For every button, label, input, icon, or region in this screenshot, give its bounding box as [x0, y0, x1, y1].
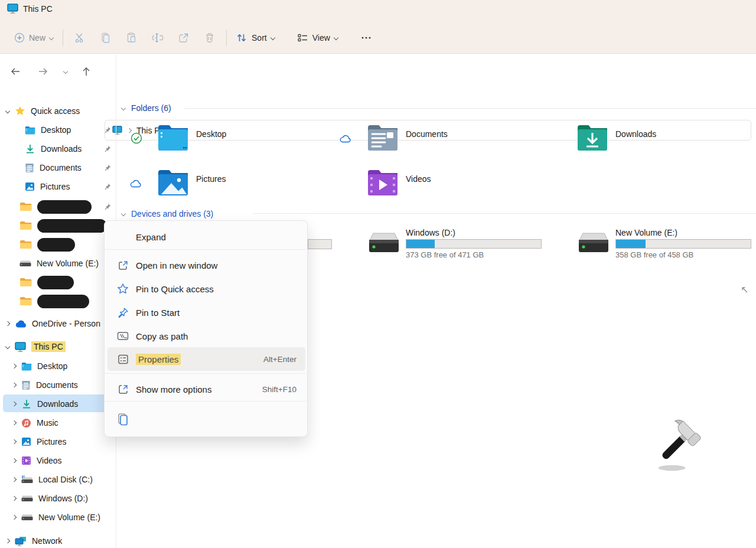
folder-tile-desktop[interactable]: Desktop: [157, 124, 226, 151]
sidebar-item-onedrive[interactable]: OneDrive - Person: [0, 315, 116, 332]
sidebar-item-label: New Volume (E:): [38, 513, 100, 522]
drive-tile-new-volume-e[interactable]: New Volume (E:) 358 GB free of 458 GB: [615, 228, 756, 259]
pin-icon: [104, 164, 111, 171]
downloads-icon: [25, 144, 35, 154]
sidebar-item-this-pc[interactable]: This PC: [0, 338, 116, 355]
videos-icon: [21, 456, 31, 465]
sidebar-item-redacted-folder[interactable]: [0, 198, 116, 215]
this-pc-icon: [15, 342, 26, 352]
drive-free-space: 373 GB free of 471 GB: [406, 250, 548, 259]
sidebar-item-redacted-folder[interactable]: [0, 217, 116, 234]
hard-drive-icon: [369, 232, 399, 254]
toolbar: New Sort: [0, 26, 756, 50]
sidebar-item-quick-access[interactable]: Quick access: [0, 103, 116, 119]
share-button[interactable]: [171, 28, 197, 48]
devices-section-header[interactable]: Devices and drives (3): [122, 209, 213, 218]
folder-tile-videos[interactable]: Videos: [367, 169, 431, 195]
folder-tile-label: Desktop: [196, 129, 226, 151]
chevron-right-icon: [12, 477, 17, 482]
menu-item-label: Pin to Quick access: [136, 284, 214, 294]
paste-icon: [126, 32, 138, 44]
drive-name: Windows (D:): [406, 228, 548, 237]
folder-tile-pictures[interactable]: Pictures: [157, 169, 226, 195]
copy-icon: [117, 413, 129, 425]
chevron-down-icon: [121, 211, 126, 216]
sidebar-item-label: Pictures: [40, 182, 70, 191]
pictures-folder-icon: [157, 169, 189, 195]
sidebar-item-label: Local Disk (C:): [38, 475, 93, 484]
chevron-right-icon: [12, 496, 17, 501]
more-options-button[interactable]: [353, 28, 379, 48]
quick-access-star-icon: [15, 106, 25, 116]
sidebar-item-documents[interactable]: Documents: [0, 159, 116, 176]
sidebar-item-this-pc-new-volume-e[interactable]: New Volume (E:): [0, 509, 116, 526]
menu-item-show-more-options[interactable]: Show more options Shift+F10: [105, 377, 308, 401]
sidebar-item-label: Desktop: [37, 361, 67, 371]
drive-icon: [21, 495, 33, 502]
recent-locations-button[interactable]: [59, 65, 72, 78]
properties-icon: [117, 353, 129, 365]
copy-button[interactable]: [93, 28, 119, 48]
menu-separator: [105, 401, 308, 402]
folder-icon: [19, 201, 32, 212]
desktop-folder-icon: [157, 124, 189, 151]
sidebar-item-this-pc-windows-d[interactable]: Windows (D:): [0, 490, 116, 507]
folders-section-header[interactable]: Folders (6): [122, 103, 171, 113]
sidebar-item-network[interactable]: Network: [0, 533, 116, 548]
folder-icon: [19, 277, 32, 288]
sidebar-item-redacted-folder[interactable]: [0, 293, 116, 309]
delete-button[interactable]: [197, 28, 223, 48]
context-menu: Expand Open in new window Pin to Quick a…: [104, 220, 308, 437]
menu-item-copy[interactable]: [105, 405, 308, 433]
menu-item-open-in-new-window[interactable]: Open in new window: [105, 253, 308, 277]
devices-section-title: Devices and drives (3): [131, 209, 213, 218]
pin-icon: [104, 203, 111, 210]
sidebar-item-this-pc-videos[interactable]: Videos: [0, 452, 116, 469]
forward-button[interactable]: [36, 65, 49, 78]
menu-item-pin-to-quick-access[interactable]: Pin to Quick access: [105, 277, 308, 301]
menu-item-copy-as-path[interactable]: Copy as path: [105, 324, 308, 348]
paste-button[interactable]: [119, 28, 145, 48]
sidebar-item-this-pc-desktop[interactable]: Desktop: [0, 358, 116, 374]
folder-tile-documents[interactable]: Documents: [367, 124, 448, 151]
drive-free-space: 358 GB free of 458 GB: [615, 250, 756, 259]
up-button[interactable]: [80, 65, 93, 78]
sidebar-item-this-pc-documents[interactable]: Documents: [0, 377, 116, 393]
folder-tile-downloads[interactable]: Downloads: [576, 124, 656, 151]
sidebar-item-downloads[interactable]: Downloads: [0, 141, 116, 157]
menu-item-properties[interactable]: Properties Alt+Enter: [105, 347, 308, 371]
sidebar-item-new-volume-e[interactable]: New Volume (E:): [0, 255, 116, 272]
sidebar-item-this-pc-pictures[interactable]: Pictures: [0, 433, 116, 450]
sidebar-item-desktop[interactable]: Desktop: [0, 122, 116, 138]
pictures-icon: [21, 437, 31, 446]
rename-button[interactable]: [145, 28, 171, 48]
sort-button[interactable]: Sort: [230, 28, 281, 48]
videos-folder-icon: [367, 169, 399, 195]
menu-item-label: Properties: [136, 354, 181, 365]
sidebar-item-redacted-folder[interactable]: [0, 274, 116, 291]
sidebar-item-this-pc-music[interactable]: Music: [0, 415, 116, 431]
drive-tile-windows-d[interactable]: Windows (D:) 373 GB free of 471 GB: [406, 228, 548, 259]
sidebar-item-label: OneDrive - Person: [32, 319, 100, 328]
sidebar-item-this-pc-downloads[interactable]: Downloads: [0, 396, 116, 412]
chevron-right-icon: [12, 402, 17, 406]
chevron-right-icon: [5, 321, 10, 326]
sidebar-item-label: New Volume (E:): [37, 259, 99, 268]
back-button[interactable]: [9, 65, 22, 78]
view-button[interactable]: View: [291, 28, 344, 48]
menu-item-pin-to-start[interactable]: Pin to Start: [105, 301, 308, 324]
pictures-icon: [25, 182, 35, 191]
window-title: This PC: [23, 4, 53, 14]
menu-separator: [105, 249, 308, 250]
menu-item-label: Pin to Start: [136, 308, 180, 318]
chevron-down-icon: [270, 35, 275, 40]
sidebar-item-redacted-folder[interactable]: [0, 236, 116, 253]
sidebar-item-pictures[interactable]: Pictures: [0, 178, 116, 195]
hard-drive-icon: [578, 232, 609, 254]
folders-section-title: Folders (6): [131, 103, 171, 113]
chevron-right-icon: [12, 420, 17, 425]
cut-button[interactable]: [67, 28, 93, 48]
sidebar-item-this-pc-local-disk-c[interactable]: Local Disk (C:): [0, 471, 116, 488]
new-button[interactable]: New: [8, 28, 59, 48]
menu-item-expand[interactable]: Expand: [105, 224, 308, 249]
